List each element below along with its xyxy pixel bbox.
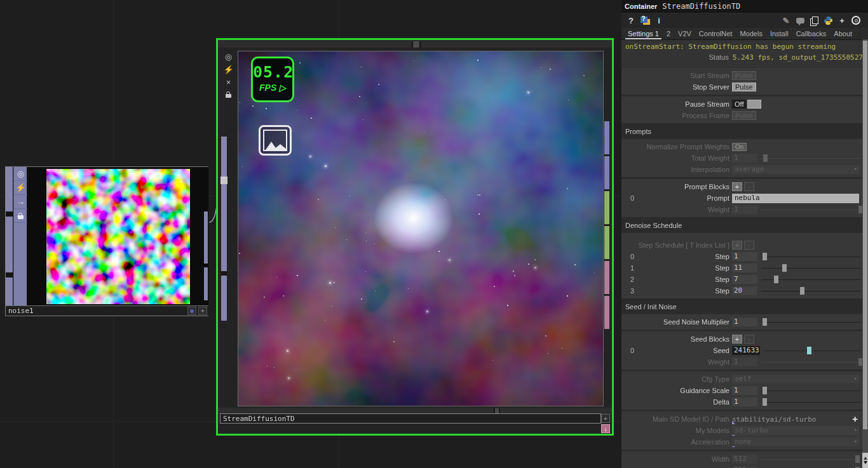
plus-icon[interactable]: + <box>836 15 848 26</box>
step-field[interactable]: 1 <box>732 252 757 261</box>
node-noise1[interactable]: ◎ ⚡ → noise1 + <box>5 166 208 316</box>
tab-2[interactable]: 2 <box>663 29 674 39</box>
step-slider[interactable] <box>761 286 860 295</box>
step-slider[interactable] <box>761 264 860 272</box>
tab-models[interactable]: Models <box>736 29 766 39</box>
total-weight-field[interactable]: 1 <box>732 154 757 163</box>
panel-scrollbar[interactable] <box>862 39 868 468</box>
my-models-dropdown[interactable]: sd-turbo▾ <box>732 426 859 435</box>
scrollbar-thumb[interactable] <box>863 41 867 429</box>
noise-input-connectors[interactable] <box>6 167 13 306</box>
step-field[interactable]: 11 <box>732 264 757 272</box>
close-icon[interactable]: × <box>222 76 235 88</box>
top-output-connector[interactable] <box>604 156 609 189</box>
stop-server-pulse-button[interactable]: Pulse <box>732 83 756 91</box>
step-field[interactable]: 7 <box>732 275 757 284</box>
slider-handle[interactable] <box>800 287 804 295</box>
comment-bubble-icon[interactable] <box>794 15 806 26</box>
pause-stream-toggle[interactable] <box>747 100 761 109</box>
total-weight-slider[interactable] <box>761 154 860 163</box>
chop-output-connector[interactable] <box>604 226 609 259</box>
tab-settings-1[interactable]: Settings 1 <box>624 29 663 39</box>
main-node-viewer[interactable]: 05.2 FPS ▷ <box>238 51 604 406</box>
delta-slider[interactable] <box>761 398 860 406</box>
main-sd-model-id-path-field[interactable]: stabilityai/sd-turbo <box>732 415 816 424</box>
wire-attach-point[interactable] <box>220 177 227 184</box>
edit-pencil-icon[interactable]: ✎ <box>780 15 792 26</box>
guidance-scale-field[interactable]: 1 <box>732 386 757 395</box>
main-plus-button[interactable]: + <box>601 414 610 423</box>
noise-output-connector[interactable] <box>204 211 208 264</box>
slider-handle[interactable] <box>807 347 811 354</box>
main-node-top-handle[interactable] <box>412 41 421 48</box>
dat-output-connector[interactable] <box>604 261 609 294</box>
python-icon[interactable] <box>822 15 834 26</box>
slider-handle[interactable] <box>763 398 767 406</box>
viewer-toggle-icon[interactable]: ◎ <box>14 167 27 181</box>
main-input-connectors[interactable] <box>221 137 227 321</box>
acceleration-dropdown[interactable]: none▾ <box>732 438 859 446</box>
node-streamdiffusiontd[interactable]: ◎ ⚡ × 05.2 FPS ▷ <box>216 38 614 436</box>
tab-callbacks[interactable]: Callbacks <box>792 29 831 39</box>
lock-icon[interactable] <box>14 209 27 223</box>
target-icon[interactable] <box>850 15 862 26</box>
step-schedule-t-index-list-add-button[interactable]: + <box>732 241 742 250</box>
bypass-icon[interactable]: ⚡ <box>14 181 27 195</box>
op-name[interactable]: StreamDiffusionTD <box>662 2 740 11</box>
lock-icon[interactable] <box>222 88 235 101</box>
divider-handle[interactable] <box>494 408 500 413</box>
scrollbar-arrows[interactable] <box>862 453 868 468</box>
step-slider[interactable] <box>761 252 860 261</box>
export-arrow-icon[interactable]: → <box>14 195 27 209</box>
prompt-input[interactable]: nebula <box>732 194 859 203</box>
weight-slider[interactable] <box>761 205 860 214</box>
tab-about[interactable]: About <box>830 29 856 39</box>
info-icon[interactable]: i <box>653 15 665 26</box>
step-schedule-t-index-list-remove-button[interactable]: - <box>744 241 754 250</box>
delta-field[interactable]: 1 <box>732 398 757 406</box>
guidance-scale-slider[interactable] <box>761 386 860 395</box>
slider-handle[interactable] <box>763 154 768 162</box>
prompt-blocks-remove-button[interactable]: - <box>744 182 754 191</box>
seed-blocks-remove-button[interactable]: - <box>744 335 754 344</box>
slider-handle[interactable] <box>774 276 778 283</box>
slider-handle[interactable] <box>855 455 860 463</box>
start-stream-pulse-button[interactable]: Pulse <box>732 71 756 80</box>
weight-field[interactable]: 1 <box>732 205 757 214</box>
help-icon[interactable]: ? <box>625 15 637 26</box>
tab-controlnet[interactable]: ControlNet <box>695 29 736 39</box>
viewer-toggle-icon[interactable]: ◎ <box>222 50 235 63</box>
slider-handle[interactable] <box>763 318 767 326</box>
prompt-blocks-add-button[interactable]: + <box>732 182 742 191</box>
width-field[interactable]: 512 <box>732 455 757 464</box>
step-slider[interactable] <box>761 275 860 284</box>
tab-install[interactable]: Install <box>766 29 792 39</box>
normalize-prompt-weights-toggle[interactable]: On <box>732 143 747 151</box>
interpolation-dropdown[interactable]: average▾ <box>732 165 859 174</box>
dat-output-connector[interactable] <box>604 296 609 329</box>
noise-output-connector[interactable] <box>204 267 208 300</box>
noise-node-name[interactable]: noise1 <box>6 305 208 316</box>
seed-slider[interactable] <box>764 346 860 355</box>
seed-noise-multiplier-slider[interactable] <box>761 318 860 326</box>
main-node-name[interactable]: StreamDiffusionTD <box>220 413 601 424</box>
noise-flag-dot[interactable] <box>187 307 196 315</box>
seed-noise-multiplier-field[interactable]: 1 <box>732 318 757 326</box>
component-help-icon[interactable]: ? <box>639 15 651 26</box>
weight-slider[interactable] <box>761 358 860 366</box>
chop-output-connector[interactable] <box>604 191 609 224</box>
noise-plus-button[interactable]: + <box>198 307 207 315</box>
network-editor[interactable]: ◎ ⚡ → noise1 + ◎ ⚡ × <box>0 0 621 468</box>
weight-field[interactable]: 1 <box>732 358 757 366</box>
cfg-type-dropdown[interactable]: self▾ <box>732 375 859 384</box>
slider-handle[interactable] <box>763 253 767 260</box>
add-model-plus-icon[interactable]: + <box>852 415 858 424</box>
copy-page-icon[interactable] <box>808 15 820 26</box>
width-slider[interactable] <box>761 455 860 464</box>
tab-v2v[interactable]: V2V <box>674 29 695 39</box>
top-output-connector[interactable] <box>604 121 609 154</box>
main-output-connectors[interactable] <box>604 121 609 331</box>
seed-blocks-add-button[interactable]: + <box>732 335 742 344</box>
step-field[interactable]: 20 <box>732 286 757 295</box>
noise-node-viewer[interactable] <box>27 167 208 306</box>
